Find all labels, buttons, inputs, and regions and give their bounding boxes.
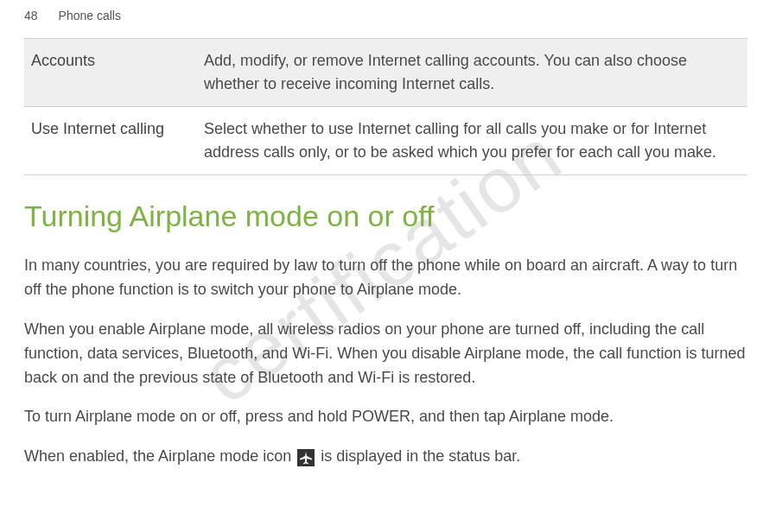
settings-table: Accounts Add, modify, or remove Internet… bbox=[24, 38, 747, 175]
page-number: 48 bbox=[24, 9, 38, 22]
paragraph-text: To turn Airplane mode on or off, press a… bbox=[24, 408, 509, 425]
section-heading: Turning Airplane mode on or off bbox=[24, 200, 747, 233]
paragraph: When you enable Airplane mode, all wirel… bbox=[24, 318, 747, 390]
paragraph-text: When enabled, the Airplane mode icon bbox=[24, 447, 296, 465]
airplane-mode-label: Airplane mode bbox=[509, 408, 609, 425]
paragraph-text: . bbox=[609, 408, 614, 425]
paragraph: To turn Airplane mode on or off, press a… bbox=[24, 405, 747, 429]
paragraph: In many countries, you are required by l… bbox=[24, 254, 747, 302]
page-header: 48 Phone calls bbox=[0, 0, 763, 38]
table-cell-label: Use Internet calling bbox=[24, 107, 197, 175]
paragraph-text: is displayed in the status bar. bbox=[316, 447, 520, 465]
table-row: Accounts Add, modify, or remove Internet… bbox=[24, 39, 747, 107]
table-row: Use Internet calling Select whether to u… bbox=[24, 107, 747, 175]
paragraph: When enabled, the Airplane mode icon is … bbox=[24, 445, 747, 469]
table-cell-description: Add, modify, or remove Internet calling … bbox=[197, 39, 747, 107]
main-content: Accounts Add, modify, or remove Internet… bbox=[0, 38, 763, 469]
table-cell-description: Select whether to use Internet calling f… bbox=[197, 107, 747, 175]
section-name: Phone calls bbox=[59, 9, 121, 22]
table-cell-label: Accounts bbox=[24, 39, 197, 107]
airplane-icon bbox=[297, 449, 315, 466]
